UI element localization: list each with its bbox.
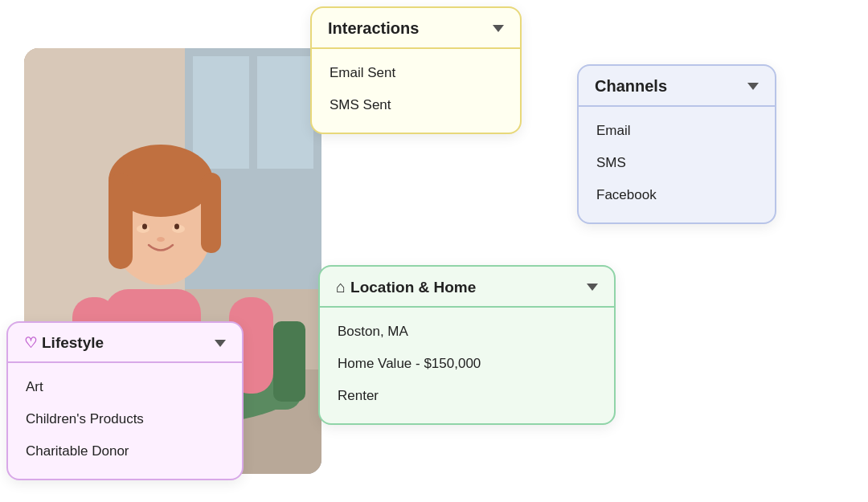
location-header-left: ⌂ Location & Home	[336, 278, 476, 296]
svg-rect-20	[108, 173, 133, 269]
lifestyle-title: Lifestyle	[42, 334, 104, 352]
location-header[interactable]: ⌂ Location & Home	[320, 267, 614, 306]
channels-item-sms[interactable]: SMS	[579, 147, 775, 179]
interactions-items-list: Email Sent SMS Sent	[312, 49, 520, 133]
location-item-city[interactable]: Boston, MA	[320, 316, 614, 348]
channels-chevron-icon	[747, 83, 759, 90]
heart-icon: ♡	[24, 334, 37, 352]
channels-dropdown[interactable]: Channels Email SMS Facebook	[577, 64, 776, 224]
channels-item-email[interactable]: Email	[579, 115, 775, 147]
interactions-dropdown[interactable]: Interactions Email Sent SMS Sent	[310, 6, 522, 134]
svg-point-25	[174, 224, 179, 230]
lifestyle-item-art[interactable]: Art	[8, 371, 242, 403]
svg-point-24	[142, 224, 147, 230]
lifestyle-dropdown[interactable]: ♡ Lifestyle Art Children's Products Char…	[6, 321, 244, 480]
svg-point-26	[157, 237, 165, 242]
interactions-item-sms-sent[interactable]: SMS Sent	[312, 89, 520, 121]
svg-rect-21	[201, 173, 221, 253]
channels-header[interactable]: Channels	[579, 66, 775, 105]
location-dropdown[interactable]: ⌂ Location & Home Boston, MA Home Value …	[318, 265, 616, 425]
svg-rect-9	[273, 321, 305, 402]
interactions-chevron-icon	[493, 25, 504, 32]
house-icon: ⌂	[336, 278, 346, 296]
lifestyle-header[interactable]: ♡ Lifestyle	[8, 323, 242, 361]
svg-rect-3	[257, 56, 313, 169]
svg-rect-2	[193, 56, 249, 169]
location-items-list: Boston, MA Home Value - $150,000 Renter	[320, 308, 614, 423]
channels-items-list: Email SMS Facebook	[579, 107, 775, 222]
lifestyle-chevron-icon	[215, 340, 226, 347]
location-chevron-icon	[587, 284, 598, 291]
lifestyle-item-childrens-products[interactable]: Children's Products	[8, 403, 242, 435]
channels-title: Channels	[595, 77, 667, 96]
location-item-renter[interactable]: Renter	[320, 380, 614, 412]
interactions-item-email-sent[interactable]: Email Sent	[312, 57, 520, 89]
location-item-home-value[interactable]: Home Value - $150,000	[320, 348, 614, 380]
lifestyle-item-charitable-donor[interactable]: Charitable Donor	[8, 435, 242, 467]
location-title: Location & Home	[350, 279, 476, 296]
interactions-title: Interactions	[328, 19, 419, 38]
main-scene: Interactions Email Sent SMS Sent Channel…	[0, 0, 868, 502]
lifestyle-items-list: Art Children's Products Charitable Donor	[8, 363, 242, 479]
channels-item-facebook[interactable]: Facebook	[579, 179, 775, 211]
lifestyle-header-left: ♡ Lifestyle	[24, 334, 104, 352]
interactions-header[interactable]: Interactions	[312, 8, 520, 47]
